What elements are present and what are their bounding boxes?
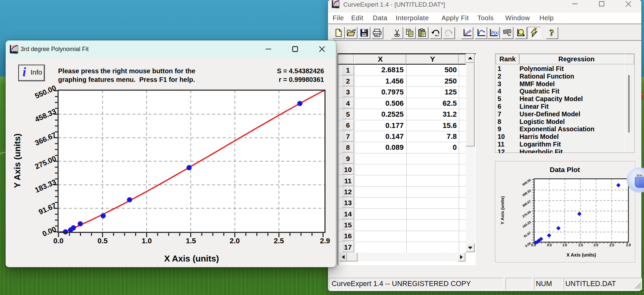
svg-text:ks: ks — [336, 6, 339, 8]
svg-text:?: ? — [549, 28, 554, 38]
svg-text:P(x): P(x) — [491, 30, 499, 35]
